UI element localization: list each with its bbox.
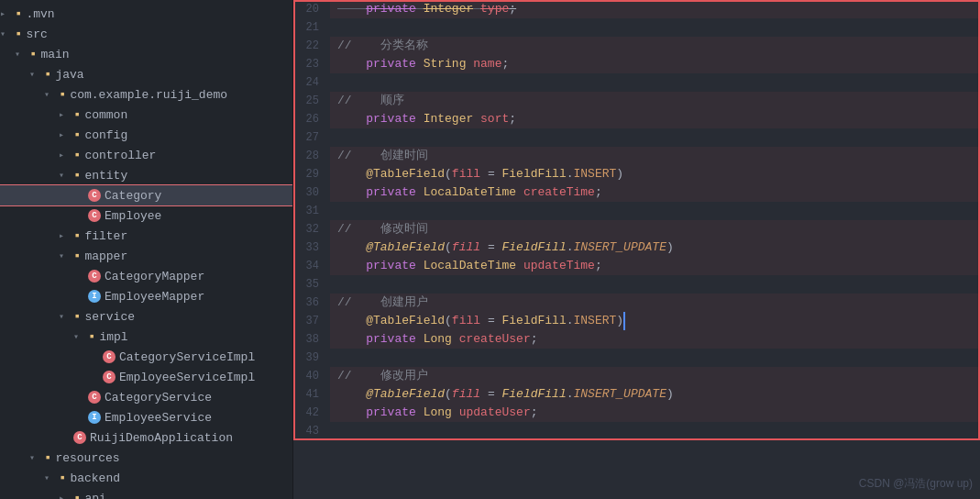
folder-icon: ▪ [73,491,81,499]
file-c-icon: C [88,391,101,404]
line-number: 35 [293,275,330,294]
sidebar-item-Employee[interactable]: CEmployee [0,205,292,226]
tree-label: filter [84,229,127,243]
tree-label: common [84,108,127,122]
code-line: 32// 修改时间 [293,220,980,238]
code-line: 41 @TableField(fill = FieldFill.INSERT_U… [293,385,980,404]
line-content: private Long updateUser; [330,404,980,422]
sidebar-item-filter[interactable]: ▸▪filter [0,226,292,246]
folder-icon: ▪ [73,228,81,243]
tree-label: backend [70,471,120,485]
line-content: @TableField(fill = FieldFill.INSERT_UPDA… [330,385,980,404]
folder-icon: ▪ [44,67,51,82]
tree-arrow-icon: ▾ [0,28,15,39]
sidebar-item-resources[interactable]: ▾▪resources [0,448,292,468]
line-content: // 分类名称 [330,37,980,55]
folder-icon: ▪ [59,87,66,102]
sidebar-item-controller[interactable]: ▸▪controller [0,145,292,165]
tree-label: api [84,492,105,500]
line-content: @TableField(fill = FieldFill.INSERT_UPDA… [330,238,980,257]
sidebar-item-api[interactable]: ▸▪api [0,488,292,499]
sidebar-item-CategoryServiceImpl[interactable]: CCategoryServiceImpl [0,347,292,367]
file-i-icon: I [88,411,101,424]
tree-arrow-icon: ▸ [59,493,73,499]
sidebar-item-impl[interactable]: ▾▪impl [0,327,292,347]
sidebar-item-main[interactable]: ▾▪main [0,44,292,64]
code-line: 39 [293,349,980,367]
line-number: 23 [293,55,330,73]
line-number: 25 [293,92,330,110]
sidebar-item-java[interactable]: ▾▪java [0,64,292,84]
line-number: 29 [293,165,330,183]
code-line: 34 private LocalDateTime updateTime; [293,257,980,275]
sidebar-item-src[interactable]: ▾▪src [0,24,292,44]
line-number: 28 [293,147,330,165]
folder-icon: ▪ [29,47,37,61]
sidebar-item-mapper[interactable]: ▾▪mapper [0,246,292,266]
tree-arrow-icon: ▸ [59,150,73,161]
line-content: // 顺序 [330,92,980,110]
file-tree: ▸▪.mvn▾▪src▾▪main▾▪java▾▪com.example.rui… [0,0,293,499]
line-number: 30 [293,183,330,202]
line-number: 21 [293,18,330,37]
folder-icon: ▪ [73,168,81,183]
sidebar-item-Category[interactable]: CCategory [0,185,292,205]
tree-label: RuijiDemoApplication [90,431,233,445]
line-content: // 修改时间 [330,220,980,238]
tree-arrow-icon: ▾ [44,89,59,100]
line-number: 37 [293,312,330,330]
sidebar-item-common[interactable]: ▸▪common [0,105,292,125]
tree-label: com.example.ruiji_demo [70,88,227,102]
sidebar-item-EmployeeServiceImpl[interactable]: CEmployeeServiceImpl [0,367,292,387]
tree-label: java [55,68,83,82]
code-line: 28// 创建时间 [293,147,980,165]
tree-label: Employee [105,209,161,223]
sidebar-item-RuijiDemoApplication[interactable]: CRuijiDemoApplication [0,427,292,448]
sidebar-item-com.example.ruiji_demo[interactable]: ▾▪com.example.ruiji_demo [0,84,292,105]
code-line: 22// 分类名称 [293,37,980,55]
file-c-icon: C [73,431,86,444]
folder-icon: ▪ [73,309,81,324]
tree-arrow-icon: ▾ [29,452,44,463]
line-content: @TableField(fill = FieldFill.INSERT) [330,312,980,330]
line-number: 22 [293,37,330,55]
code-line: 26 private Integer sort; [293,110,980,128]
tree-label: mapper [84,250,127,263]
plain-text: private Long updateUser; [337,405,538,419]
tree-arrow-icon: ▸ [0,8,15,19]
code-editor: 20 private Integer type;2122// 分类名称23 pr… [293,0,980,499]
folder-icon: ▪ [73,148,81,162]
comment-text: // 顺序 [337,94,404,107]
line-content: private Long createUser; [330,330,980,349]
tree-label: Category [105,189,161,203]
line-number: 24 [293,73,330,92]
code-line: 31 [293,202,980,220]
sidebar-item-entity[interactable]: ▾▪entity [0,165,292,185]
plain-text: private LocalDateTime updateTime; [337,259,602,272]
code-line: 37 @TableField(fill = FieldFill.INSERT) [293,312,980,330]
tree-label: src [26,28,47,41]
sidebar-item-service[interactable]: ▾▪service [0,306,292,327]
line-number: 27 [293,128,330,147]
line-number: 26 [293,110,330,128]
code-line: 40// 修改用户 [293,367,980,385]
line-content: // 创建用户 [330,294,980,312]
sidebar-item-mvn[interactable]: ▸▪.mvn [0,4,292,24]
file-i-icon: I [88,290,101,303]
line-number: 36 [293,294,330,312]
sidebar-item-config[interactable]: ▸▪config [0,125,292,145]
sidebar-item-backend[interactable]: ▾▪backend [0,468,292,488]
plain-text: private Integer sort; [337,112,516,126]
sidebar-item-EmployeeService[interactable]: IEmployeeService [0,407,292,427]
sidebar-item-EmployeeMapper[interactable]: IEmployeeMapper [0,286,292,306]
tree-arrow-icon: ▸ [59,230,73,241]
sidebar-item-CategoryMapper[interactable]: CCategoryMapper [0,266,292,286]
code-line: 23 private String name; [293,55,980,73]
sidebar-item-CategoryService[interactable]: CCategoryService [0,387,292,407]
code-line: 24 [293,73,980,92]
line-content: private LocalDateTime updateTime; [330,257,980,275]
annotation-text: @TableField(fill = FieldFill.INSERT) [337,167,623,181]
line-number: 33 [293,238,330,257]
tree-label: controller [84,149,156,162]
comment-text: // 创建用户 [337,295,428,309]
